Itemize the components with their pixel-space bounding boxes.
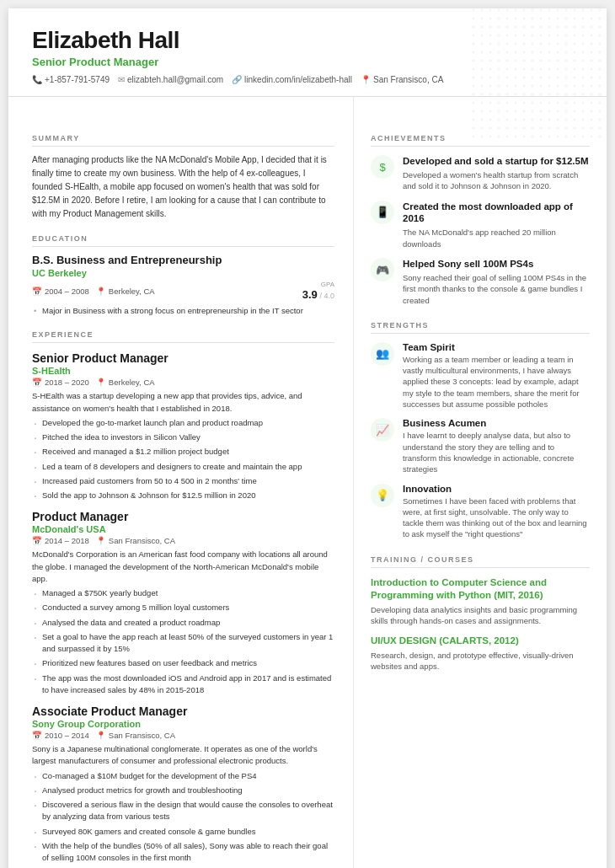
ach-content-1: Created the most downloaded app of 2016 … [403, 201, 590, 249]
ach-desc-2: Sony reached their goal of selling 100M … [403, 272, 590, 306]
str-title-1: Business Acumen [403, 418, 590, 428]
str-content-2: Innovation Sometimes I have been faced w… [403, 484, 590, 540]
achievements-section-label: ACHIEVEMENTS [371, 134, 590, 147]
edu-meta: 📅 2004 – 2008 📍 Berkeley, CA GPA 3.9 / 4… [32, 281, 334, 301]
gpa-max: 4.0 [324, 292, 334, 300]
strength-1: 📈 Business Acumen I have learnt to deepl… [371, 418, 590, 474]
job-0: Senior Product Manager S-HEalth 📅 2018 –… [32, 351, 334, 501]
edu-location: 📍 Berkeley, CA [96, 287, 155, 296]
right-column: ACHIEVEMENTS $ Developed and sold a star… [354, 97, 607, 868]
str-desc-2: Sometimes I have been faced with problem… [403, 496, 590, 540]
strengths-section-label: STRENGTHS [371, 321, 590, 334]
str-content-0: Team Spirit Working as a team member or … [403, 342, 590, 410]
str-title-0: Team Spirit [403, 342, 590, 352]
phone-icon: 📞 [32, 75, 42, 84]
job-1: Product Manager McDonald's USA 📅 2014 – … [32, 510, 334, 696]
job-0-location: 📍 Berkeley, CA [96, 378, 155, 387]
loc-icon-2: 📍 [96, 731, 106, 740]
job-0-years: 📅 2018 – 2020 [32, 378, 89, 387]
left-column: SUMMARY After managing products like the… [8, 97, 354, 868]
contact-linkedin: 🔗 linkedin.com/in/elizabeth-hall [232, 75, 352, 84]
edu-years: 📅 2004 – 2008 [32, 287, 89, 296]
job-title: Senior Product Manager [32, 56, 583, 68]
job-0-bullet-5: Sold the app to Johnson & Johnson for $1… [32, 490, 334, 501]
job-1-bullet-2: Analysed the data and created a product … [32, 617, 334, 629]
summary-text: After managing products like the NA McDo… [32, 153, 334, 221]
ach-title-1: Created the most downloaded app of 2016 [403, 201, 590, 226]
str-icon-0: 👥 [371, 342, 394, 366]
resume-wrapper: Elizabeth Hall Senior Product Manager 📞 … [8, 8, 607, 868]
achievement-1: 📱 Created the most downloaded app of 201… [371, 201, 590, 249]
job-0-desc: S-HEalth was a startup developing a new … [32, 390, 334, 415]
ach-desc-0: Developed a women's health startup from … [403, 169, 590, 192]
job-0-bullet-2: Received and managed a $1.2 million proj… [32, 446, 334, 458]
job-1-company: McDonald's USA [32, 524, 334, 534]
training-title-0: Introduction to Computer Science and Pro… [371, 576, 590, 602]
job-1-bullet-1: Conducted a survey among 5 million loyal… [32, 602, 334, 613]
cal-icon-2: 📅 [32, 731, 42, 740]
job-2-title: Associate Product Manager [32, 705, 334, 718]
training-0: Introduction to Computer Science and Pro… [371, 576, 590, 626]
job-2-company: Sony Group Corporation [32, 719, 334, 729]
summary-section-label: SUMMARY [32, 134, 334, 147]
ach-icon-1: 📱 [371, 201, 394, 224]
job-1-bullet-3: Set a goal to have the app reach at leas… [32, 631, 334, 656]
ach-icon-2: 🎮 [371, 258, 394, 281]
job-1-title: Product Manager [32, 510, 334, 523]
job-2-bullet-0: Co-managed a $10M budget for the develop… [32, 770, 334, 782]
edu-location-icon: 📍 [96, 287, 106, 296]
cal-icon-0: 📅 [32, 378, 42, 387]
ach-content-2: Helped Sony sell 100M PS4s Sony reached … [403, 258, 590, 306]
ach-desc-1: The NA McDonald's app reached 20 million… [403, 227, 590, 249]
str-icon-2: 💡 [371, 484, 394, 507]
job-1-location: 📍 San Fransisco, CA [96, 536, 175, 545]
job-0-meta: 📅 2018 – 2020 📍 Berkeley, CA [32, 378, 334, 387]
job-1-bullet-5: The app was the most downloaded iOS and … [32, 672, 334, 697]
str-title-2: Innovation [403, 484, 590, 494]
contact-email: ✉ elizabteh.hall@gmail.com [118, 75, 223, 84]
resume-body: SUMMARY After managing products like the… [8, 97, 607, 868]
ach-content-0: Developed and sold a startup for $12.5M … [403, 155, 590, 192]
linkedin-icon: 🔗 [232, 75, 242, 84]
ach-icon-0: $ [371, 155, 394, 179]
job-0-title: Senior Product Manager [32, 351, 334, 365]
contact-phone: 📞 +1-857-791-5749 [32, 75, 110, 84]
job-2-bullet-2: Discovered a serious flaw in the design … [32, 799, 334, 823]
achievement-2: 🎮 Helped Sony sell 100M PS4s Sony reache… [371, 258, 590, 306]
loc-icon-0: 📍 [96, 378, 106, 387]
training-1: UI/UX DESIGN (CALARTS, 2012) Research, d… [371, 635, 590, 672]
job-0-company: S-HEalth [32, 366, 334, 376]
experience-section-label: EXPERIENCE [32, 330, 334, 343]
candidate-name: Elizabeth Hall [32, 27, 583, 54]
job-2-bullet-4: With the help of the bundles (50% of all… [32, 840, 334, 865]
job-0-bullet-1: Pitched the idea to investors in Silicon… [32, 431, 334, 443]
training-section-label: TRAINING / COURSES [371, 555, 590, 568]
job-1-years: 📅 2014 – 2018 [32, 536, 89, 545]
training-desc-0: Developing data analytics insights and b… [371, 604, 590, 627]
cal-icon-1: 📅 [32, 536, 42, 545]
job-1-desc: McDonald's Corporation is an American fa… [32, 549, 334, 585]
job-2-location: 📍 San Fransisco, CA [96, 731, 175, 740]
job-2-desc: Sony is a Japanese multinational conglom… [32, 743, 334, 768]
achievement-0: $ Developed and sold a startup for $12.5… [371, 155, 590, 192]
job-1-bullet-4: Prioritized new features based on user f… [32, 657, 334, 669]
edu-school: UC Berkeley [32, 268, 334, 278]
contact-location: 📍 San Fransisco, CA [361, 75, 443, 84]
education-block: B.S. Business and Entrepreneurship UC Be… [32, 254, 334, 317]
loc-icon-1: 📍 [96, 536, 106, 545]
contact-row: 📞 +1-857-791-5749 ✉ elizabteh.hall@gmail… [32, 75, 583, 84]
job-2-meta: 📅 2010 – 2014 📍 San Fransisco, CA [32, 731, 334, 740]
job-0-bullet-4: Increased paid customers from 50 to 4 50… [32, 475, 334, 487]
gpa-box: GPA 3.9 / 4.0 [302, 281, 334, 301]
calendar-icon: 📅 [32, 287, 42, 296]
ach-title-2: Helped Sony sell 100M PS4s [403, 258, 590, 271]
job-0-bullet-0: Developed the go-to-market launch plan a… [32, 417, 334, 429]
job-1-bullet-0: Managed a $750K yearly budget [32, 587, 334, 599]
ach-title-0: Developed and sold a startup for $12.5M [403, 155, 590, 168]
str-content-1: Business Acumen I have learnt to deeply … [403, 418, 590, 474]
edu-degree: B.S. Business and Entrepreneurship [32, 254, 334, 266]
strength-2: 💡 Innovation Sometimes I have been faced… [371, 484, 590, 540]
strength-0: 👥 Team Spirit Working as a team member o… [371, 342, 590, 410]
email-icon: ✉ [118, 75, 125, 84]
training-title-1: UI/UX DESIGN (CALARTS, 2012) [371, 635, 590, 647]
